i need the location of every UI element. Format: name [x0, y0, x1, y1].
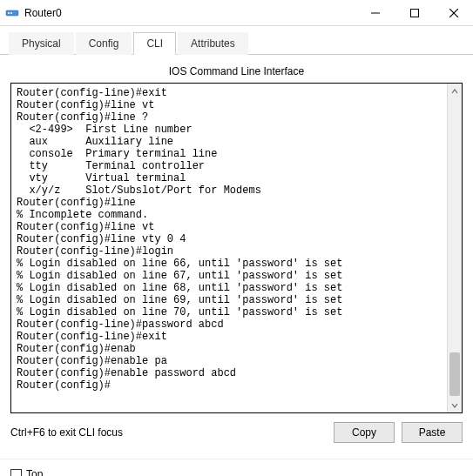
close-button[interactable] — [434, 0, 473, 26]
top-checkbox[interactable] — [10, 469, 22, 477]
tab-attributes[interactable]: Attributes — [178, 32, 248, 55]
window-title: Router0 — [24, 7, 355, 19]
scrollbar[interactable] — [447, 84, 462, 412]
svg-point-1 — [8, 12, 10, 14]
content-area: IOS Command Line Interface Router(config… — [0, 55, 473, 446]
tab-cli[interactable]: CLI — [133, 32, 176, 55]
cli-terminal[interactable]: Router(config-line)#exit Router(config)#… — [11, 84, 462, 412]
tab-bar: Physical Config CLI Attributes — [0, 26, 473, 55]
top-checkbox-label: Top — [26, 468, 43, 476]
scroll-up-arrow[interactable] — [448, 84, 462, 98]
copy-button[interactable]: Copy — [334, 422, 395, 443]
button-row: Ctrl+F6 to exit CLI focus Copy Paste — [10, 422, 463, 443]
maximize-button[interactable] — [395, 0, 434, 26]
scroll-track[interactable] — [448, 98, 462, 398]
window-controls — [355, 0, 473, 25]
titlebar: Router0 — [0, 0, 473, 26]
panel-title: IOS Command Line Interface — [10, 65, 463, 77]
svg-point-2 — [10, 12, 12, 14]
terminal-container: Router(config-line)#exit Router(config)#… — [10, 83, 463, 413]
scroll-thumb[interactable] — [449, 352, 460, 396]
paste-button[interactable]: Paste — [402, 422, 463, 443]
tab-physical[interactable]: Physical — [9, 32, 74, 55]
scroll-down-arrow[interactable] — [448, 398, 462, 412]
tab-config[interactable]: Config — [76, 32, 132, 55]
focus-hint: Ctrl+F6 to exit CLI focus — [10, 426, 327, 439]
svg-rect-4 — [410, 10, 418, 17]
app-icon — [5, 6, 19, 20]
footer: Top — [0, 459, 473, 476]
minimize-button[interactable] — [355, 0, 395, 26]
